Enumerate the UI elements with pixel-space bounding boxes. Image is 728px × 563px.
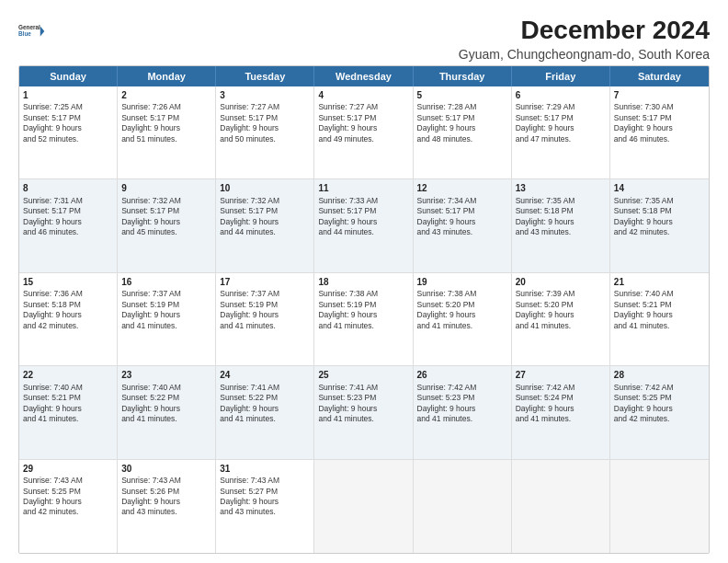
day-info-line: and 46 minutes. [23, 227, 113, 237]
header: GeneralBlue December 2024 Gyuam, Chungch… [18, 17, 710, 62]
day-info-line: and 41 minutes. [417, 414, 507, 424]
day-info-line: and 41 minutes. [220, 321, 310, 331]
day-info-line: Sunrise: 7:34 AM [417, 196, 507, 206]
day-info-line: Daylight: 9 hours [417, 217, 507, 227]
logo-icon: GeneralBlue [18, 17, 48, 46]
day-info-line: Sunset: 5:23 PM [318, 393, 408, 403]
day-info-line: Daylight: 9 hours [516, 123, 606, 133]
day-info-line: Daylight: 9 hours [318, 217, 408, 227]
calendar-row-3: 15Sunrise: 7:36 AMSunset: 5:18 PMDayligh… [19, 273, 709, 366]
day-info-line: Sunrise: 7:43 AM [23, 476, 113, 486]
cal-cell-30: 30Sunrise: 7:43 AMSunset: 5:26 PMDayligh… [118, 460, 216, 553]
day-info-line: Daylight: 9 hours [516, 217, 606, 227]
day-info-line: and 47 minutes. [516, 134, 606, 144]
day-info-line: Sunset: 5:17 PM [318, 113, 408, 123]
day-info-line: Sunset: 5:17 PM [121, 113, 211, 123]
day-number: 26 [417, 369, 507, 382]
day-info-line: and 41 minutes. [417, 321, 507, 331]
header-wednesday: Wednesday [314, 66, 413, 86]
calendar-row-1: 1Sunrise: 7:25 AMSunset: 5:17 PMDaylight… [19, 86, 709, 179]
day-number: 2 [121, 89, 211, 102]
day-info-line: and 42 minutes. [614, 227, 705, 237]
day-info-line: Sunrise: 7:43 AM [220, 476, 310, 486]
day-info-line: Sunrise: 7:37 AM [121, 289, 211, 299]
day-info-line: and 50 minutes. [220, 134, 310, 144]
day-info-line: Daylight: 9 hours [417, 404, 507, 414]
day-info-line: Sunrise: 7:37 AM [220, 289, 310, 299]
calendar-header: SundayMondayTuesdayWednesdayThursdayFrid… [19, 66, 709, 86]
day-info-line: Sunset: 5:19 PM [318, 300, 408, 310]
cal-cell-7: 7Sunrise: 7:30 AMSunset: 5:17 PMDaylight… [610, 86, 709, 178]
cal-cell-12: 12Sunrise: 7:34 AMSunset: 5:17 PMDayligh… [414, 179, 512, 271]
cal-cell-5: 5Sunrise: 7:28 AMSunset: 5:17 PMDaylight… [414, 86, 512, 178]
day-info-line: and 48 minutes. [417, 134, 507, 144]
day-info-line: and 41 minutes. [318, 321, 408, 331]
day-info-line: Sunrise: 7:32 AM [121, 196, 211, 206]
day-info-line: Daylight: 9 hours [220, 310, 310, 320]
day-info-line: Sunset: 5:26 PM [121, 487, 211, 497]
cal-cell-14: 14Sunrise: 7:35 AMSunset: 5:18 PMDayligh… [610, 179, 709, 271]
cal-cell-6: 6Sunrise: 7:29 AMSunset: 5:17 PMDaylight… [512, 86, 610, 178]
day-number: 12 [417, 182, 507, 195]
day-number: 31 [220, 463, 310, 476]
day-info-line: Sunrise: 7:32 AM [220, 196, 310, 206]
day-info-line: Daylight: 9 hours [121, 123, 211, 133]
day-info-line: Daylight: 9 hours [318, 123, 408, 133]
day-info-line: Daylight: 9 hours [614, 310, 705, 320]
cal-cell-18: 18Sunrise: 7:38 AMSunset: 5:19 PMDayligh… [314, 273, 413, 365]
day-info-line: and 41 minutes. [121, 321, 211, 331]
cal-cell-10: 10Sunrise: 7:32 AMSunset: 5:17 PMDayligh… [216, 179, 314, 271]
day-info-line: Sunrise: 7:42 AM [417, 383, 507, 393]
day-info-line: Sunset: 5:25 PM [614, 393, 705, 403]
day-info-line: and 41 minutes. [220, 414, 310, 424]
day-info-line: Daylight: 9 hours [614, 217, 705, 227]
day-info-line: Sunrise: 7:42 AM [614, 383, 705, 393]
day-info-line: and 52 minutes. [23, 134, 113, 144]
day-info-line: and 41 minutes. [318, 414, 408, 424]
header-thursday: Thursday [414, 66, 512, 86]
day-info-line: Sunset: 5:22 PM [220, 393, 310, 403]
day-number: 10 [220, 182, 310, 195]
day-info-line: Sunrise: 7:42 AM [516, 383, 606, 393]
day-info-line: Sunrise: 7:38 AM [318, 289, 408, 299]
day-info-line: Daylight: 9 hours [23, 310, 113, 320]
day-number: 1 [23, 89, 113, 102]
day-info-line: and 44 minutes. [318, 227, 408, 237]
day-info-line: Daylight: 9 hours [220, 123, 310, 133]
cal-cell-3: 3Sunrise: 7:27 AMSunset: 5:17 PMDaylight… [216, 86, 314, 178]
calendar: SundayMondayTuesdayWednesdayThursdayFrid… [18, 65, 710, 554]
cal-cell-31: 31Sunrise: 7:43 AMSunset: 5:27 PMDayligh… [216, 460, 314, 553]
cal-cell-8: 8Sunrise: 7:31 AMSunset: 5:17 PMDaylight… [19, 179, 118, 271]
cal-cell-13: 13Sunrise: 7:35 AMSunset: 5:18 PMDayligh… [512, 179, 610, 271]
day-info-line: Sunrise: 7:33 AM [318, 196, 408, 206]
cal-cell-15: 15Sunrise: 7:36 AMSunset: 5:18 PMDayligh… [19, 273, 118, 365]
day-info-line: Sunrise: 7:27 AM [220, 102, 310, 112]
day-info-line: Sunset: 5:22 PM [121, 393, 211, 403]
day-number: 5 [417, 89, 507, 102]
day-info-line: Daylight: 9 hours [23, 497, 113, 507]
day-info-line: Sunrise: 7:35 AM [516, 196, 606, 206]
day-info-line: Daylight: 9 hours [220, 217, 310, 227]
day-number: 21 [614, 276, 705, 289]
day-info-line: Sunset: 5:17 PM [417, 113, 507, 123]
day-info-line: and 41 minutes. [121, 414, 211, 424]
cal-cell-2: 2Sunrise: 7:26 AMSunset: 5:17 PMDaylight… [118, 86, 216, 178]
day-info-line: Sunrise: 7:27 AM [318, 102, 408, 112]
day-info-line: Daylight: 9 hours [121, 404, 211, 414]
day-info-line: Daylight: 9 hours [614, 404, 705, 414]
day-info-line: Daylight: 9 hours [516, 310, 606, 320]
day-number: 19 [417, 276, 507, 289]
day-info-line: Sunrise: 7:38 AM [417, 289, 507, 299]
day-info-line: Sunrise: 7:29 AM [516, 102, 606, 112]
day-number: 18 [318, 276, 408, 289]
day-info-line: and 41 minutes. [516, 321, 606, 331]
day-info-line: and 46 minutes. [614, 134, 705, 144]
day-info-line: and 42 minutes. [614, 414, 705, 424]
cal-cell-1: 1Sunrise: 7:25 AMSunset: 5:17 PMDaylight… [19, 86, 118, 178]
day-info-line: Daylight: 9 hours [516, 404, 606, 414]
day-number: 16 [121, 276, 211, 289]
day-info-line: Sunset: 5:27 PM [220, 487, 310, 497]
day-info-line: Daylight: 9 hours [318, 404, 408, 414]
day-info-line: Sunset: 5:17 PM [121, 206, 211, 216]
day-info-line: Daylight: 9 hours [220, 497, 310, 507]
